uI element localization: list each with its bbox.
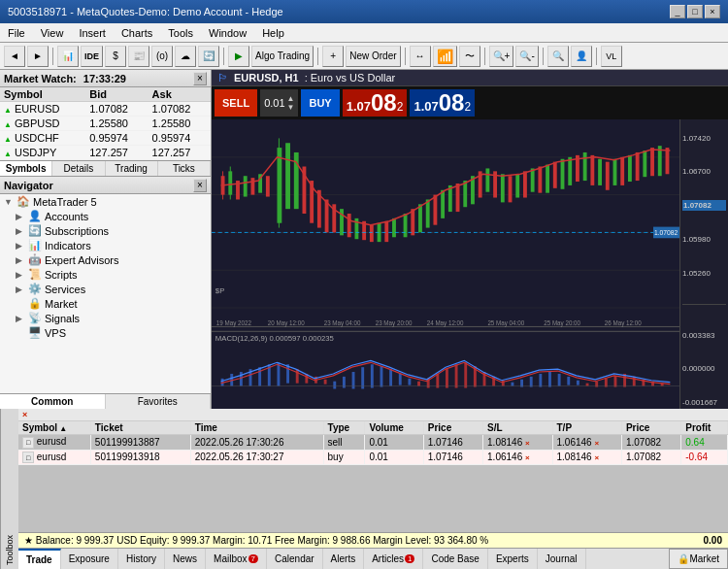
- th-volume[interactable]: Volume: [365, 421, 423, 435]
- menu-view[interactable]: View: [37, 26, 68, 40]
- nav-item-expert-advisors[interactable]: ▶ 🤖 Expert Advisors: [0, 252, 211, 267]
- trade-row-1[interactable]: □ eurusd 501199913918 2022.05.26 17:30:2…: [18, 450, 728, 465]
- nav-item-vps[interactable]: 🖥️ VPS: [0, 325, 211, 340]
- menu-window[interactable]: Window: [205, 26, 250, 40]
- tp-clear-0[interactable]: ×: [594, 439, 599, 448]
- th-symbol[interactable]: Symbol: [18, 421, 90, 435]
- maximize-button[interactable]: □: [687, 5, 703, 18]
- nav-item-subscriptions[interactable]: ▶ 🔄 Subscriptions: [0, 223, 211, 238]
- th-price[interactable]: Price: [423, 421, 482, 435]
- td-symbol-0: □ eurusd: [18, 435, 90, 451]
- menu-tools[interactable]: Tools: [164, 26, 197, 40]
- th-sl[interactable]: S/L: [483, 421, 552, 435]
- algo-trading-button[interactable]: Algo Trading: [251, 46, 314, 67]
- tab-trading[interactable]: Trading: [106, 161, 158, 176]
- nav-item-indicators[interactable]: ▶ 📊 Indicators: [0, 238, 211, 252]
- navigator-close[interactable]: ×: [193, 179, 207, 192]
- back-button[interactable]: ◄: [4, 46, 25, 67]
- chart-type-button[interactable]: 📊: [57, 46, 79, 67]
- close-button[interactable]: ×: [705, 5, 720, 18]
- news-button[interactable]: 📰: [128, 46, 149, 67]
- close-bottom-icon[interactable]: ×: [22, 410, 27, 419]
- toolbox-label[interactable]: Toolbox: [0, 409, 18, 569]
- td-price-1: 1.07146: [423, 450, 482, 465]
- tab-alerts[interactable]: Alerts: [323, 549, 365, 569]
- vl-button[interactable]: VL: [601, 46, 622, 67]
- menu-file[interactable]: File: [4, 26, 29, 40]
- tab-details[interactable]: Details: [52, 161, 105, 176]
- buy-button[interactable]: BUY: [301, 89, 339, 117]
- bar-chart-btn[interactable]: 📶: [433, 46, 457, 67]
- play-button[interactable]: ▶: [228, 46, 249, 67]
- nav-item-services[interactable]: ▶ ⚙️ Services: [0, 282, 211, 296]
- market-watch-close[interactable]: ×: [193, 72, 207, 85]
- tab-symbols[interactable]: Symbols: [0, 161, 52, 176]
- lot-down-arrow[interactable]: ▼: [287, 103, 295, 112]
- sl-clear-0[interactable]: ×: [525, 439, 530, 448]
- th-time[interactable]: Time: [190, 421, 323, 435]
- th-tp[interactable]: T/P: [552, 421, 621, 435]
- th-price2[interactable]: Price: [621, 421, 680, 435]
- chart-flag: 🏳: [217, 72, 228, 84]
- forward-button[interactable]: ►: [27, 46, 49, 67]
- refresh-button[interactable]: 🔄: [198, 46, 219, 67]
- tab-articles[interactable]: Articles1: [364, 549, 423, 569]
- menu-help[interactable]: Help: [258, 26, 288, 40]
- mw-bid-eurusd: 1.07082: [85, 102, 148, 117]
- resize-button[interactable]: ↔: [410, 46, 431, 67]
- tab-ticks[interactable]: Ticks: [158, 161, 211, 176]
- svg-rect-14: [250, 178, 254, 194]
- search-button[interactable]: 🔍: [547, 46, 569, 67]
- th-type[interactable]: Type: [323, 421, 365, 435]
- ide-button[interactable]: IDE: [81, 46, 103, 67]
- zoom-in-button[interactable]: 🔍+: [489, 46, 514, 67]
- nav-icon-indicators: 📊: [28, 239, 42, 251]
- nav-item-accounts[interactable]: ▶ 👤 Accounts: [0, 209, 211, 223]
- svg-rect-101: [399, 374, 402, 385]
- new-order-label-btn[interactable]: New Order: [346, 46, 400, 67]
- tab-trade[interactable]: Trade: [18, 549, 61, 569]
- zoom-out-button[interactable]: 🔍-: [515, 46, 538, 67]
- tab-journal[interactable]: Journal: [538, 549, 586, 569]
- sell-button[interactable]: SELL: [215, 89, 257, 117]
- svg-rect-34: [404, 214, 408, 237]
- tab-news[interactable]: News: [165, 549, 206, 569]
- svg-text:23 May 04:00: 23 May 04:00: [324, 318, 361, 326]
- tab-history[interactable]: History: [118, 549, 165, 569]
- tab-mailbox[interactable]: Mailbox7: [206, 549, 267, 569]
- nav-tab-favorites[interactable]: Favorites: [106, 394, 212, 409]
- tab-market[interactable]: 🔒 Market: [669, 549, 728, 569]
- mw-row-usdjpy[interactable]: ▲ USDJPY 127.257 127.257: [0, 146, 211, 160]
- mw-row-eurusd[interactable]: ▲ EURUSD 1.07082 1.07082: [0, 102, 211, 117]
- dollar-button[interactable]: $: [105, 46, 126, 67]
- wave-btn[interactable]: 〜: [459, 46, 480, 67]
- th-ticket[interactable]: Ticket: [90, 421, 190, 435]
- lot-up-arrow[interactable]: ▲: [287, 94, 295, 103]
- svg-rect-30: [370, 225, 374, 242]
- market-watch-panel: Market Watch: 17:33:29 × Symbol Bid Ask: [0, 70, 211, 177]
- mw-row-usdchf[interactable]: ▲ USDCHF 0.95974 0.95974: [0, 131, 211, 146]
- radio-button[interactable]: (o): [151, 46, 173, 67]
- trade-row-0[interactable]: □ eurusd 501199913887 2022.05.26 17:30:2…: [18, 435, 728, 451]
- tp-clear-1[interactable]: ×: [594, 453, 599, 462]
- tab-calendar[interactable]: Calendar: [267, 549, 323, 569]
- menu-insert[interactable]: Insert: [75, 26, 110, 40]
- nav-item-signals[interactable]: ▶ 📡 Signals: [0, 311, 211, 325]
- svg-rect-124: [614, 376, 617, 387]
- nav-tab-common[interactable]: Common: [0, 394, 106, 409]
- nav-item-scripts[interactable]: ▶ 📜 Scripts: [0, 267, 211, 282]
- new-order-button[interactable]: +: [322, 46, 344, 67]
- mw-row-gbpusd[interactable]: ▲ GBPUSD 1.25580 1.25580: [0, 117, 211, 131]
- cloud-button[interactable]: ☁: [175, 46, 196, 67]
- tab-experts[interactable]: Experts: [488, 549, 538, 569]
- tab-exposure[interactable]: Exposure: [61, 549, 118, 569]
- toolbar-sep-1: [52, 48, 53, 65]
- nav-item-metatrader5[interactable]: ▼ 🏠 MetaTrader 5: [0, 194, 211, 209]
- menu-charts[interactable]: Charts: [117, 26, 156, 40]
- sl-clear-1[interactable]: ×: [525, 453, 530, 462]
- tab-codebase[interactable]: Code Base: [423, 549, 487, 569]
- account-button[interactable]: 👤: [571, 46, 592, 67]
- nav-item-market[interactable]: 🔒 Market: [0, 296, 211, 311]
- th-profit[interactable]: Profit: [681, 421, 728, 435]
- minimize-button[interactable]: _: [670, 5, 685, 18]
